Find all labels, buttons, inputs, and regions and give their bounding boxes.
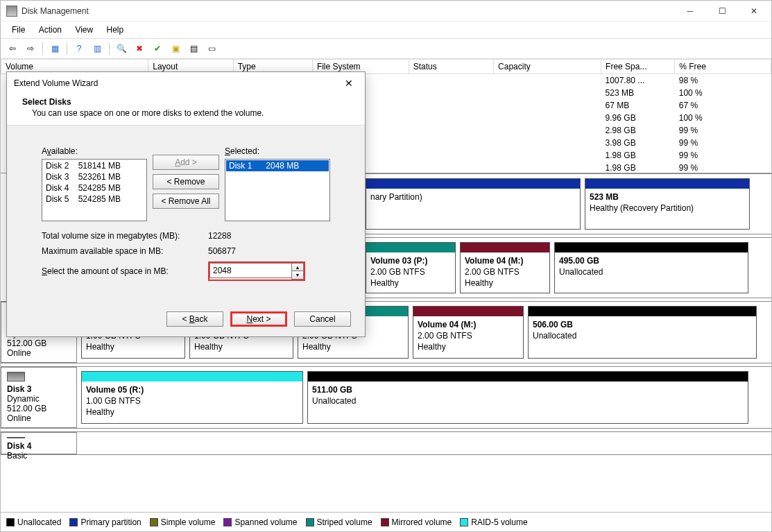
remove-all-button[interactable]: < Remove All [153,194,219,209]
menubar: File Action View Help [1,22,771,39]
format-icon[interactable]: ▭ [204,41,219,56]
free-cell: 1.98 GB [601,149,675,162]
legend: UnallocatedPrimary partitionSimple volum… [1,512,771,531]
free-cell: 3.98 GB [601,137,675,149]
list-item[interactable]: Disk 5 524285 MB [43,194,146,205]
legend-item: Striped volume [306,517,372,527]
select-space-label: Select the amount of space in MB: [42,266,208,276]
disk-label[interactable]: Disk 3Dynamic512.00 GBOnline [1,367,77,428]
free-cell: 1.98 GB [601,162,675,173]
disk-label[interactable]: Disk 4Basic [1,432,77,454]
free-cell: 523 MB [601,87,675,99]
legend-item: Spanned volume [223,517,297,527]
pctfree-cell: 100 % [675,112,771,124]
list-item[interactable]: Disk 2 518141 MB [43,160,146,171]
wizard-heading: Select Disks [22,97,352,107]
check-icon[interactable]: ✔ [150,41,165,56]
disk-icon [7,437,25,438]
cancel-button[interactable]: Cancel [294,311,351,327]
partition[interactable]: Volume 04 (M:)2.00 GB NTFSHealthy [460,242,550,293]
menu-view[interactable]: View [69,23,98,37]
menu-help[interactable]: Help [101,23,130,37]
view-icon[interactable]: ▦ [47,41,62,56]
free-cell: 1007.80 ... [601,74,675,87]
action1-icon[interactable]: 🔍 [114,41,129,56]
free-cell: 2.98 GB [601,124,675,137]
partition[interactable]: Volume 04 (M:)2.00 GB NTFSHealthy [413,306,524,359]
list-item[interactable]: Disk 1 2048 MB [226,160,329,171]
legend-item: RAID-5 volume [460,517,527,527]
legend-item: Simple volume [150,517,216,527]
legend-item: Mirrored volume [381,517,452,527]
pctfree-cell: 98 % [675,74,771,87]
partition[interactable]: Volume 05 (R:)1.00 GB NTFSHealthy [81,371,303,424]
total-size-value: 12288 [208,231,305,241]
minimize-button[interactable]: ─ [674,1,706,22]
free-cell: 67 MB [601,99,675,112]
props-icon[interactable]: ▤ [186,41,201,56]
col-pctfree[interactable]: % Free [675,60,771,74]
help-icon[interactable]: ? [71,41,87,56]
max-space-label: Maximum available space in MB: [42,246,208,256]
menu-action[interactable]: Action [33,23,67,37]
app-icon [6,6,17,17]
back-button[interactable]: < Back [166,311,223,327]
partition[interactable]: Volume 03 (P:)2.00 GB NTFSHealthy [366,242,456,293]
wizard-close-icon[interactable]: ✕ [340,76,358,90]
pctfree-cell: 99 % [675,124,771,137]
partition[interactable]: 523 MBHealthy (Recovery Partition) [585,178,750,230]
next-button[interactable]: Next > [230,311,287,327]
extend-volume-wizard: Extend Volume Wizard ✕ Select Disks You … [6,71,366,337]
col-free[interactable]: Free Spa... [601,60,675,74]
maximize-button[interactable]: ☐ [706,1,738,22]
toolbar: ⇦ ⇨ ▦ ? ▥ 🔍 ✖ ✔ ▣ ▤ ▭ [1,39,771,59]
legend-item: Unallocated [6,517,61,527]
available-disks-list[interactable]: Disk 2 518141 MBDisk 3 523261 MBDisk 4 5… [42,159,147,221]
partition[interactable]: nary Partition) [366,178,581,230]
spin-down-icon[interactable]: ▼ [292,271,303,279]
pctfree-cell: 99 % [675,137,771,149]
spin-up-icon[interactable]: ▲ [292,264,303,271]
close-button[interactable]: ✕ [738,1,770,22]
list-item[interactable]: Disk 4 524285 MB [43,182,146,194]
pctfree-cell: 100 % [675,87,771,99]
menu-file[interactable]: File [6,23,31,37]
delete-icon[interactable]: ✖ [132,41,147,56]
wizard-description: You can use space on one or more disks t… [22,108,352,118]
col-status[interactable]: Status [409,60,493,74]
disk-icon [7,372,25,381]
volume-icon[interactable]: ▣ [168,41,183,56]
remove-button[interactable]: < Remove [153,174,219,189]
free-cell: 9.96 GB [601,112,675,124]
partition[interactable]: 506.00 GBUnallocated [528,306,757,359]
max-space-value: 506877 [208,246,305,256]
add-button[interactable]: Add > [153,155,219,170]
back-icon[interactable]: ⇦ [5,41,20,56]
partition[interactable]: 495.00 GBUnallocated [554,242,748,293]
partition[interactable]: 511.00 GBUnallocated [307,371,748,424]
selected-disks-list[interactable]: Disk 1 2048 MB [225,159,330,221]
forward-icon[interactable]: ⇨ [23,41,38,56]
wizard-title: Extend Volume Wizard [14,78,340,88]
total-size-label: Total volume size in megabytes (MB): [42,231,208,241]
space-spinner: ▲ ▼ [208,261,305,281]
pctfree-cell: 67 % [675,99,771,112]
panel-icon[interactable]: ▥ [89,41,105,56]
pctfree-cell: 99 % [675,149,771,162]
window-title: Disk Management [22,6,674,16]
legend-item: Primary partition [69,517,141,527]
col-capacity[interactable]: Capacity [494,60,601,74]
titlebar: Disk Management ─ ☐ ✕ [1,1,771,22]
pctfree-cell: 99 % [675,162,771,173]
space-input[interactable] [209,263,291,278]
list-item[interactable]: Disk 3 523261 MB [43,171,146,182]
